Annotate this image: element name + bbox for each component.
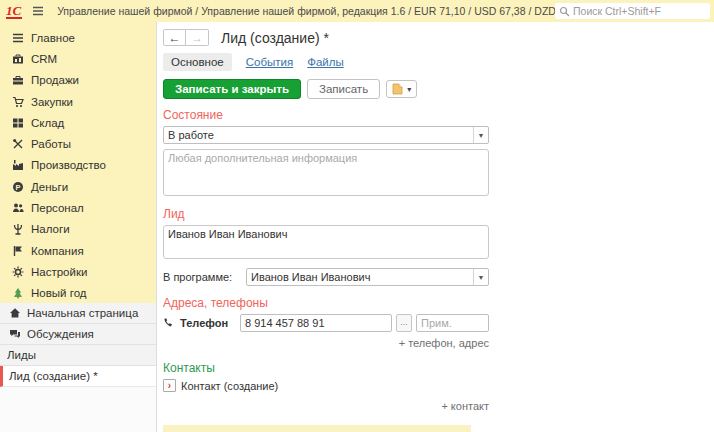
phone-label: Телефон bbox=[180, 317, 236, 329]
sidebar-item-company[interactable]: Компания bbox=[0, 240, 156, 261]
cart-icon bbox=[12, 96, 24, 108]
main-area: ← → Лид (создание) * Основное События Фа… bbox=[157, 22, 714, 432]
sidebar-item-label: Склад bbox=[31, 117, 64, 129]
gear-icon bbox=[12, 266, 24, 278]
lead-name-textarea[interactable]: Иванов Иван Иванович bbox=[163, 225, 489, 259]
save-button[interactable]: Записать bbox=[307, 79, 380, 99]
add-phone-address-link[interactable]: + телефон, адрес bbox=[163, 337, 489, 349]
home-icon bbox=[9, 307, 21, 319]
home-page-label: Начальная страница bbox=[27, 307, 138, 319]
discussions-item[interactable]: Обсуждения bbox=[0, 324, 156, 345]
1c-logo: 1С bbox=[6, 4, 22, 19]
discussions-label: Обсуждения bbox=[27, 328, 94, 340]
tab-lead-create[interactable]: Лид (создание) * bbox=[0, 366, 156, 387]
forward-button[interactable]: → bbox=[186, 29, 209, 46]
sidebar-item-label: Работы bbox=[31, 138, 71, 150]
sidebar-item-settings[interactable]: Настройки bbox=[0, 261, 156, 282]
phone-more-button[interactable]: ... bbox=[396, 314, 412, 332]
sidebar-item-purchases[interactable]: Закупки bbox=[0, 91, 156, 112]
state-value: В работе bbox=[164, 127, 473, 143]
crm-icon bbox=[12, 53, 24, 65]
tab-leads[interactable]: Лиды bbox=[0, 345, 156, 366]
contact-item-label: Контакт (создание) bbox=[181, 380, 278, 392]
sidebar-item-money[interactable]: P Деньги bbox=[0, 176, 156, 197]
tab-main[interactable]: Основное bbox=[163, 53, 232, 71]
flag-icon bbox=[12, 245, 24, 257]
sidebar-item-label: Компания bbox=[31, 245, 84, 257]
phone-note-input[interactable] bbox=[416, 314, 489, 332]
window-title: Управление нашей фирмой / Управление наш… bbox=[57, 5, 555, 17]
tab-files[interactable]: Файлы bbox=[307, 56, 344, 68]
phone-input[interactable] bbox=[240, 314, 392, 332]
additional-info-textarea[interactable] bbox=[163, 149, 489, 196]
result-panel: Результат Перевести в: Покупателя Покупа… bbox=[163, 425, 471, 432]
sidebar-item-label: Главное bbox=[31, 32, 75, 44]
sidebar-item-label: Производство bbox=[31, 159, 106, 171]
in-program-select[interactable]: Иванов Иван Иванович ▼ bbox=[246, 268, 489, 286]
tools-icon bbox=[12, 138, 24, 150]
home-page-item[interactable]: Начальная страница bbox=[0, 303, 156, 324]
left-column: Главное CRM Продажи Закупки Склад Работы bbox=[0, 22, 157, 432]
chevron-down-icon[interactable]: ▼ bbox=[473, 269, 488, 285]
page-title: Лид (создание) * bbox=[221, 30, 329, 46]
factory-icon bbox=[12, 159, 24, 171]
coin-icon: P bbox=[12, 181, 24, 193]
state-section-heading: Состояние bbox=[163, 108, 714, 122]
sidebar-item-label: Настройки bbox=[31, 266, 87, 278]
sections-menu: Главное CRM Продажи Закупки Склад Работы bbox=[0, 22, 156, 303]
tab-events[interactable]: События bbox=[246, 56, 293, 68]
address-section-heading: Адреса, телефоны bbox=[163, 296, 714, 310]
sidebar-item-taxes[interactable]: Налоги bbox=[0, 219, 156, 240]
phone-icon bbox=[163, 318, 173, 328]
tree-icon bbox=[12, 287, 24, 299]
sidebar-item-label: Персонал bbox=[31, 202, 84, 214]
contact-field-icon: › bbox=[163, 379, 176, 392]
document-icon bbox=[392, 83, 403, 95]
state-select[interactable]: В работе ▼ bbox=[163, 126, 489, 144]
in-program-label: В программе: bbox=[163, 271, 246, 283]
sidebar-item-label: CRM bbox=[31, 53, 57, 65]
contact-item-link[interactable]: › Контакт (создание) bbox=[163, 379, 714, 392]
sidebar-item-label: Деньги bbox=[31, 181, 68, 193]
in-program-value: Иванов Иван Иванович bbox=[247, 269, 473, 285]
lead-section-heading: Лид bbox=[163, 207, 714, 221]
save-and-close-button[interactable]: Записать и закрыть bbox=[163, 79, 301, 99]
add-contact-link[interactable]: + контакт bbox=[163, 400, 489, 412]
sidebar-item-newyear[interactable]: Новый год bbox=[0, 283, 156, 304]
sidebar-item-crm[interactable]: CRM bbox=[0, 48, 156, 69]
sidebar-item-main[interactable]: Главное bbox=[0, 27, 156, 48]
search-input[interactable]: Поиск Ctrl+Shift+F bbox=[555, 3, 710, 19]
discussions-icon bbox=[9, 328, 21, 340]
back-button[interactable]: ← bbox=[163, 29, 186, 46]
sidebar-item-label: Новый год bbox=[31, 287, 87, 299]
contacts-section-heading: Контакты bbox=[163, 361, 714, 375]
sidebar-item-works[interactable]: Работы bbox=[0, 133, 156, 154]
sidebar-item-label: Налоги bbox=[31, 223, 70, 235]
top-bar: 1С Управление нашей фирмой / Управление … bbox=[0, 0, 714, 22]
search-placeholder: Поиск Ctrl+Shift+F bbox=[573, 5, 661, 17]
chevron-down-icon[interactable]: ▼ bbox=[473, 127, 488, 143]
sidebar-item-sales[interactable]: Продажи bbox=[0, 70, 156, 91]
boxes-icon bbox=[12, 117, 24, 129]
create-based-on-button[interactable]: ▾ bbox=[386, 80, 417, 98]
sidebar-item-warehouse[interactable]: Склад bbox=[0, 112, 156, 133]
sidebar-item-personnel[interactable]: Персонал bbox=[0, 197, 156, 218]
sidebar-item-label: Закупки bbox=[31, 96, 73, 108]
main-menu-icon[interactable] bbox=[32, 5, 44, 17]
search-icon bbox=[559, 6, 570, 17]
chevron-down-icon: ▾ bbox=[407, 85, 411, 94]
left-filler bbox=[0, 387, 156, 432]
menu-icon bbox=[12, 32, 24, 44]
people-icon bbox=[12, 202, 24, 214]
sidebar-item-production[interactable]: Производство bbox=[0, 155, 156, 176]
svg-text:P: P bbox=[15, 182, 20, 191]
scales-icon bbox=[12, 223, 24, 235]
sidebar-item-label: Продажи bbox=[31, 74, 79, 86]
briefcase-icon bbox=[12, 74, 24, 86]
